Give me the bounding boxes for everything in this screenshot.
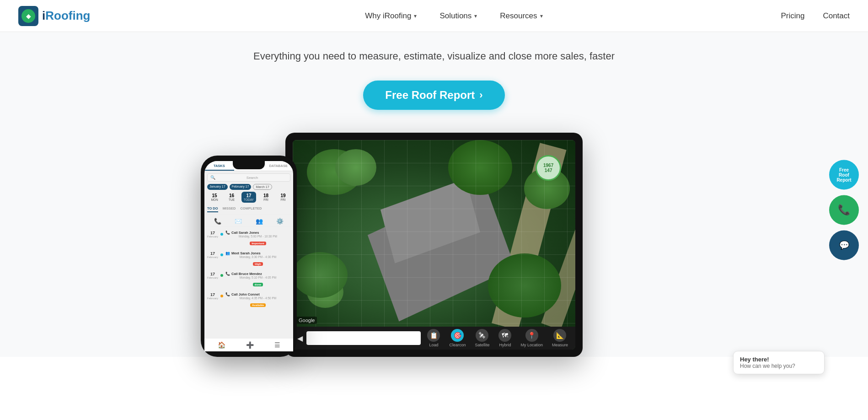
nav-item-solutions[interactable]: Solutions ▾ (439, 11, 477, 21)
main-nav: Why iRoofing ▾ Solutions ▾ Resources ▾ (127, 11, 781, 21)
tablet-screen: 1967 147 Google ◀ 📋 Load 🎯 (293, 140, 575, 350)
measurement-badge: 1967 147 (536, 155, 561, 181)
settings-icon[interactable]: ⚙️ (276, 218, 284, 225)
cta-button[interactable]: Free Roof Report › (363, 81, 504, 110)
task-content: 📞 Call Bruce Mendez Monday, 5:10 PM - 4:… (225, 272, 290, 287)
task-badge: Available (250, 303, 266, 307)
tab-tasks[interactable]: TASKS (204, 164, 234, 171)
nav-contact[interactable]: Contact (823, 11, 850, 21)
task-time: Monday, 5:10 PM - 4:05 PM (225, 276, 290, 279)
phone-screen: TASKS MAP DATABASE 🔍 Search January 17 F… (204, 161, 293, 351)
map-btn-measure[interactable]: 📐 Measure (549, 327, 571, 349)
users-icon: 👥 (225, 251, 230, 255)
clearcon-icon: 🎯 (451, 329, 464, 342)
cal-day-19[interactable]: 19 FRI (276, 192, 290, 203)
float-btn-chat[interactable]: 💬 (829, 231, 859, 260)
measure-top: 1967 (543, 163, 553, 168)
search-input[interactable]: Search (217, 176, 287, 180)
logo-icon (18, 6, 38, 26)
cal-day-16[interactable]: 16 TUE (225, 192, 239, 203)
chevron-down-icon: ▾ (474, 13, 477, 19)
task-title: Meet Sarah Jones (231, 251, 261, 255)
task-content: 📞 Call John Connet Monday, 4:35 PM - 4:5… (225, 292, 290, 308)
tree-7 (293, 252, 348, 298)
tree-2 (335, 149, 376, 186)
task-title: Call Bruce Mendez (231, 272, 262, 276)
map-search[interactable] (306, 331, 421, 345)
tree-3 (448, 140, 512, 195)
logo[interactable]: iRoofing (18, 6, 90, 26)
todo-tab-completed[interactable]: COMPLETED (240, 206, 262, 212)
aerial-map[interactable]: 1967 147 Google (293, 140, 575, 327)
task-time: Monday, 4:35 PM - 4:50 PM (225, 296, 290, 300)
cal-day-17-today[interactable]: 17 TODAY (241, 192, 256, 203)
tab-database[interactable]: DATABASE (263, 164, 293, 171)
chat-bubble-text: How can we help you? (740, 363, 818, 369)
cal-day-15[interactable]: 15 MON (207, 192, 222, 203)
nav-item-resources[interactable]: Resources ▾ (500, 11, 542, 21)
task-date: 17 February (207, 292, 218, 300)
email-icon[interactable]: ✉️ (235, 218, 242, 225)
phone-icon: 📞 (225, 231, 230, 235)
task-item-3[interactable]: 17 February 📞 Call Bruce Mendez Monday, … (204, 270, 293, 289)
floating-buttons: FreeRoofReport 📞 💬 (829, 160, 859, 260)
todo-tab-missed[interactable]: MISSED (223, 206, 236, 212)
filter-jan[interactable]: January 17 (207, 184, 228, 190)
menu-icon[interactable]: ☰ (274, 341, 280, 349)
float-btn-call[interactable]: 📞 (829, 195, 859, 225)
cal-day-18[interactable]: 18 FRI (259, 192, 273, 203)
hero-section: Everything you need to measure, estimate… (0, 32, 868, 357)
calendar-row: 15 MON 16 TUE 17 TODAY 18 (207, 192, 290, 203)
phone-bottom-bar: 🏠 ➕ ☰ (204, 338, 293, 351)
chevron-down-icon: ▾ (414, 13, 417, 19)
phone-icon[interactable]: 📞 (214, 218, 221, 225)
header: iRoofing Why iRoofing ▾ Solutions ▾ Reso… (0, 0, 868, 32)
nav-pricing[interactable]: Pricing (781, 11, 804, 21)
phone-filter-row: January 17 February 17 March 17 (204, 184, 293, 190)
task-dot (220, 274, 223, 277)
load-icon: 📋 (427, 329, 440, 342)
chevron-down-icon: ▾ (540, 13, 543, 19)
tree-6 (307, 276, 343, 308)
google-label: Google (296, 317, 317, 324)
tablet-device: 1967 147 Google ◀ 📋 Load 🎯 (285, 133, 583, 357)
task-date: 17 February (207, 251, 218, 258)
add-icon[interactable]: ➕ (246, 341, 254, 349)
phone-device: TASKS MAP DATABASE 🔍 Search January 17 F… (201, 156, 297, 357)
task-item-1[interactable]: 17 February 📞 Call Sarah Jones Monday, 5… (204, 229, 293, 248)
arrow-icon: › (479, 89, 482, 101)
phone-icon: 📞 (225, 292, 230, 296)
measure-bottom: 147 (545, 168, 552, 173)
phone-search-bar[interactable]: 🔍 Search (207, 173, 290, 182)
map-btn-hybrid[interactable]: 🗺 Hybrid (496, 327, 514, 349)
arrow-left-icon[interactable]: ◀ (297, 334, 303, 343)
filter-feb[interactable]: February 17 (230, 184, 252, 190)
location-icon: 📍 (525, 329, 538, 342)
phone-icon: 📞 (225, 272, 230, 276)
task-content: 👥 Meet Sarah Jones Monday, 3:30 PM - 4:3… (225, 251, 290, 267)
chat-bubble-title: Hey there! (740, 356, 818, 363)
task-title: Call John Connet (231, 292, 260, 296)
phone-action-icons: 📞 ✉️ 👥 ⚙️ (204, 216, 293, 227)
task-badge: Important (250, 242, 266, 245)
map-btn-satellite[interactable]: 🛰 Satellite (472, 327, 492, 349)
map-toolbar: ◀ 📋 Load 🎯 Clearcon 🛰 Satellite (293, 327, 575, 350)
chat-icon: 💬 (839, 241, 849, 250)
task-content: 📞 Call Sarah Jones Monday, 5:00 PM - 10:… (225, 231, 290, 246)
chat-bubble[interactable]: Hey there! How can we help you? (733, 351, 825, 374)
map-btn-load[interactable]: 📋 Load (424, 327, 443, 349)
logo-icon-inner (21, 9, 35, 23)
map-btn-clearcon[interactable]: 🎯 Clearcon (446, 327, 468, 349)
nav-item-why-iroofing[interactable]: Why iRoofing ▾ (365, 11, 417, 21)
home-icon[interactable]: 🏠 (218, 341, 225, 349)
float-btn-report[interactable]: FreeRoofReport (829, 160, 859, 190)
todo-tab-todo[interactable]: TO DO (207, 206, 218, 212)
filter-mar[interactable]: March 17 (253, 184, 272, 190)
task-item-2[interactable]: 17 February 👥 Meet Sarah Jones Monday, 3… (204, 249, 293, 269)
phone-calendar: 15 MON 16 TUE 17 TODAY 18 (204, 192, 293, 203)
task-item-4[interactable]: 17 February 📞 Call John Connet Monday, 4… (204, 291, 293, 310)
users-icon[interactable]: 👥 (256, 218, 263, 225)
map-btn-mylocation[interactable]: 📍 My Location (518, 327, 546, 349)
roof-shape (368, 181, 515, 321)
task-title: Call Sarah Jones (231, 231, 259, 235)
